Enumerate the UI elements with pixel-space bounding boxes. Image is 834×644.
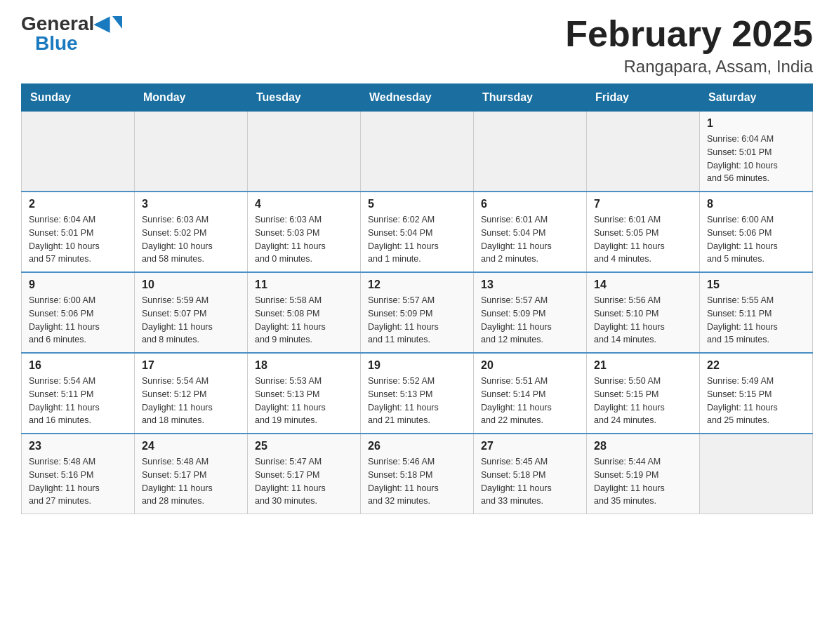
day-info: Sunrise: 5:50 AM Sunset: 5:15 PM Dayligh… [594, 375, 692, 427]
day-info: Sunrise: 5:55 AM Sunset: 5:11 PM Dayligh… [707, 294, 805, 347]
day-number: 22 [707, 359, 805, 372]
day-info: Sunrise: 5:57 AM Sunset: 5:09 PM Dayligh… [481, 294, 579, 347]
logo-arrow-icon [112, 16, 122, 29]
table-row: 18Sunrise: 5:53 AM Sunset: 5:13 PM Dayli… [248, 353, 361, 434]
header-tuesday: Tuesday [248, 84, 361, 112]
day-info: Sunrise: 5:58 AM Sunset: 5:08 PM Dayligh… [255, 294, 353, 347]
table-row: 23Sunrise: 5:48 AM Sunset: 5:16 PM Dayli… [22, 434, 135, 514]
table-row: 15Sunrise: 5:55 AM Sunset: 5:11 PM Dayli… [700, 272, 813, 353]
calendar-week-row: 16Sunrise: 5:54 AM Sunset: 5:11 PM Dayli… [22, 353, 813, 434]
day-number: 20 [481, 359, 579, 372]
table-row: 5Sunrise: 6:02 AM Sunset: 5:04 PM Daylig… [361, 192, 474, 272]
table-row [474, 112, 587, 192]
day-number: 26 [368, 440, 466, 452]
day-number: 12 [368, 279, 466, 291]
title-block: February 2025 Rangapara, Assam, India [565, 14, 813, 76]
table-row: 13Sunrise: 5:57 AM Sunset: 5:09 PM Dayli… [474, 272, 587, 353]
day-info: Sunrise: 6:02 AM Sunset: 5:04 PM Dayligh… [368, 213, 466, 266]
day-info: Sunrise: 5:56 AM Sunset: 5:10 PM Dayligh… [594, 294, 692, 347]
table-row: 8Sunrise: 6:00 AM Sunset: 5:06 PM Daylig… [700, 192, 813, 272]
logo: General◀ Blue [21, 14, 122, 53]
day-info: Sunrise: 6:04 AM Sunset: 5:01 PM Dayligh… [707, 133, 805, 185]
day-info: Sunrise: 6:03 AM Sunset: 5:02 PM Dayligh… [142, 213, 240, 266]
table-row: 21Sunrise: 5:50 AM Sunset: 5:15 PM Dayli… [587, 353, 700, 434]
day-info: Sunrise: 6:04 AM Sunset: 5:01 PM Dayligh… [29, 213, 127, 266]
day-number: 9 [29, 279, 127, 291]
table-row: 6Sunrise: 6:01 AM Sunset: 5:04 PM Daylig… [474, 192, 587, 272]
logo-blue-text: Blue [35, 34, 78, 53]
day-info: Sunrise: 6:00 AM Sunset: 5:06 PM Dayligh… [29, 294, 127, 347]
day-info: Sunrise: 5:48 AM Sunset: 5:16 PM Dayligh… [29, 455, 127, 508]
table-row [587, 112, 700, 192]
table-row: 2Sunrise: 6:04 AM Sunset: 5:01 PM Daylig… [22, 192, 135, 272]
day-info: Sunrise: 5:54 AM Sunset: 5:11 PM Dayligh… [29, 375, 127, 427]
table-row: 16Sunrise: 5:54 AM Sunset: 5:11 PM Dayli… [22, 353, 135, 434]
header-thursday: Thursday [474, 84, 587, 112]
day-info: Sunrise: 6:00 AM Sunset: 5:06 PM Dayligh… [707, 213, 805, 266]
calendar-week-row: 2Sunrise: 6:04 AM Sunset: 5:01 PM Daylig… [22, 192, 813, 272]
day-number: 19 [368, 359, 466, 372]
day-number: 16 [29, 359, 127, 372]
day-info: Sunrise: 5:45 AM Sunset: 5:18 PM Dayligh… [481, 455, 579, 508]
day-number: 27 [481, 440, 579, 452]
table-row: 10Sunrise: 5:59 AM Sunset: 5:07 PM Dayli… [135, 272, 248, 353]
table-row: 19Sunrise: 5:52 AM Sunset: 5:13 PM Dayli… [361, 353, 474, 434]
day-info: Sunrise: 5:49 AM Sunset: 5:15 PM Dayligh… [707, 375, 805, 427]
header-friday: Friday [587, 84, 700, 112]
table-row [135, 112, 248, 192]
calendar-subtitle: Rangapara, Assam, India [565, 57, 813, 76]
day-number: 18 [255, 359, 353, 372]
logo-general-text: General◀ [21, 14, 110, 34]
table-row: 7Sunrise: 6:01 AM Sunset: 5:05 PM Daylig… [587, 192, 700, 272]
table-row: 9Sunrise: 6:00 AM Sunset: 5:06 PM Daylig… [22, 272, 135, 353]
day-info: Sunrise: 6:03 AM Sunset: 5:03 PM Dayligh… [255, 213, 353, 266]
day-number: 23 [29, 440, 127, 452]
table-row [361, 112, 474, 192]
day-number: 6 [481, 198, 579, 210]
day-info: Sunrise: 5:47 AM Sunset: 5:17 PM Dayligh… [255, 455, 353, 508]
table-row: 24Sunrise: 5:48 AM Sunset: 5:17 PM Dayli… [135, 434, 248, 514]
table-row [22, 112, 135, 192]
table-row: 26Sunrise: 5:46 AM Sunset: 5:18 PM Dayli… [361, 434, 474, 514]
table-row: 25Sunrise: 5:47 AM Sunset: 5:17 PM Dayli… [248, 434, 361, 514]
day-number: 28 [594, 440, 692, 452]
header-monday: Monday [135, 84, 248, 112]
day-info: Sunrise: 5:59 AM Sunset: 5:07 PM Dayligh… [142, 294, 240, 347]
table-row: 20Sunrise: 5:51 AM Sunset: 5:14 PM Dayli… [474, 353, 587, 434]
table-row: 17Sunrise: 5:54 AM Sunset: 5:12 PM Dayli… [135, 353, 248, 434]
calendar-week-row: 23Sunrise: 5:48 AM Sunset: 5:16 PM Dayli… [22, 434, 813, 514]
table-row [700, 434, 813, 514]
day-number: 2 [29, 198, 127, 210]
day-info: Sunrise: 5:57 AM Sunset: 5:09 PM Dayligh… [368, 294, 466, 347]
day-number: 24 [142, 440, 240, 452]
day-info: Sunrise: 5:51 AM Sunset: 5:14 PM Dayligh… [481, 375, 579, 427]
table-row: 4Sunrise: 6:03 AM Sunset: 5:03 PM Daylig… [248, 192, 361, 272]
table-row: 12Sunrise: 5:57 AM Sunset: 5:09 PM Dayli… [361, 272, 474, 353]
day-info: Sunrise: 6:01 AM Sunset: 5:05 PM Dayligh… [594, 213, 692, 266]
day-info: Sunrise: 5:44 AM Sunset: 5:19 PM Dayligh… [594, 455, 692, 508]
day-number: 5 [368, 198, 466, 210]
header-sunday: Sunday [22, 84, 135, 112]
day-number: 11 [255, 279, 353, 291]
table-row: 14Sunrise: 5:56 AM Sunset: 5:10 PM Dayli… [587, 272, 700, 353]
calendar-week-row: 1Sunrise: 6:04 AM Sunset: 5:01 PM Daylig… [22, 112, 813, 192]
table-row: 22Sunrise: 5:49 AM Sunset: 5:15 PM Dayli… [700, 353, 813, 434]
day-info: Sunrise: 5:46 AM Sunset: 5:18 PM Dayligh… [368, 455, 466, 508]
day-info: Sunrise: 6:01 AM Sunset: 5:04 PM Dayligh… [481, 213, 579, 266]
day-number: 14 [594, 279, 692, 291]
calendar-header-row: Sunday Monday Tuesday Wednesday Thursday… [22, 84, 813, 112]
day-number: 8 [707, 198, 805, 210]
day-info: Sunrise: 5:48 AM Sunset: 5:17 PM Dayligh… [142, 455, 240, 508]
day-number: 3 [142, 198, 240, 210]
day-info: Sunrise: 5:54 AM Sunset: 5:12 PM Dayligh… [142, 375, 240, 427]
day-number: 7 [594, 198, 692, 210]
day-number: 21 [594, 359, 692, 372]
day-info: Sunrise: 5:52 AM Sunset: 5:13 PM Dayligh… [368, 375, 466, 427]
header-saturday: Saturday [700, 84, 813, 112]
calendar-week-row: 9Sunrise: 6:00 AM Sunset: 5:06 PM Daylig… [22, 272, 813, 353]
day-number: 4 [255, 198, 353, 210]
table-row: 1Sunrise: 6:04 AM Sunset: 5:01 PM Daylig… [700, 112, 813, 192]
table-row: 28Sunrise: 5:44 AM Sunset: 5:19 PM Dayli… [587, 434, 700, 514]
day-number: 15 [707, 279, 805, 291]
page-header: General◀ Blue February 2025 Rangapara, A… [21, 14, 813, 76]
